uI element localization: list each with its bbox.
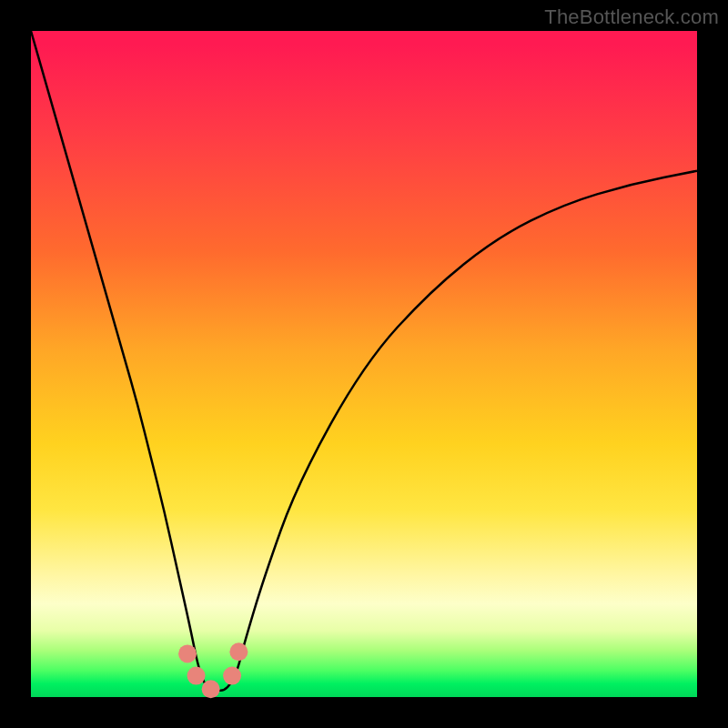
curve-marker [223,667,241,685]
bottleneck-curve [31,31,697,691]
chart-svg [31,31,697,697]
watermark-text: TheBottleneck.com [544,5,719,29]
curve-markers [178,642,248,698]
curve-marker [178,644,197,662]
chart-frame: TheBottleneck.com [0,0,728,728]
curve-marker [229,642,248,661]
curve-marker [202,680,220,698]
curve-marker [187,667,206,685]
plot-area [31,31,697,697]
